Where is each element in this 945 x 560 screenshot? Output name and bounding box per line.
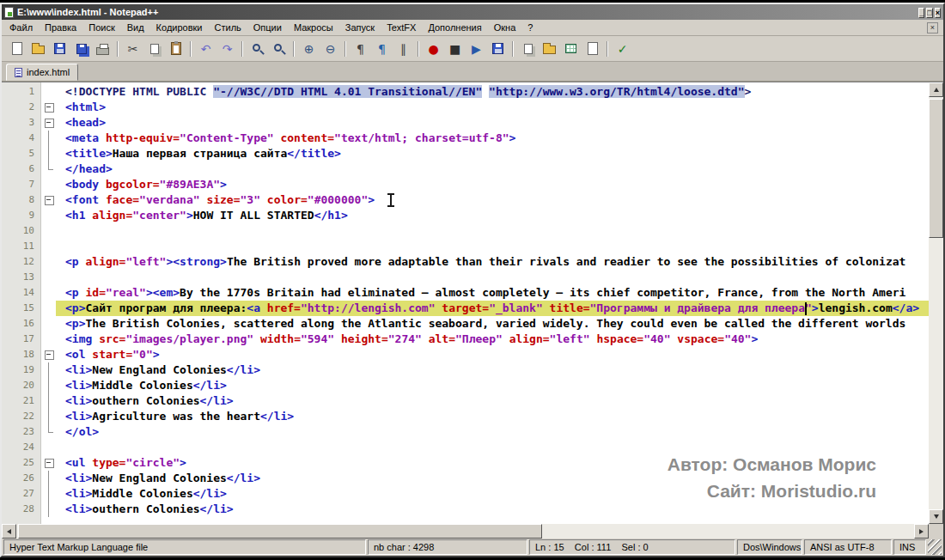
open-file-icon[interactable] [28, 40, 48, 58]
code-line[interactable]: <body bgcolor="#89AE3A"> [56, 177, 929, 192]
fold-marker[interactable] [42, 100, 56, 115]
save-macro-icon[interactable] [488, 40, 508, 58]
code-line[interactable]: <li>outhern Colonies</li> [56, 393, 929, 409]
copy-icon[interactable] [144, 40, 164, 58]
resize-grip[interactable] [928, 539, 942, 555]
save-icon[interactable] [50, 40, 70, 58]
scroll-left-button[interactable] [2, 524, 16, 539]
zoom-out-icon[interactable]: ⊖ [320, 40, 340, 58]
vertical-scrollbar[interactable] [929, 82, 943, 524]
editor[interactable]: 1234567891011121314151617181920212223242… [2, 82, 943, 539]
print-icon[interactable] [93, 40, 113, 58]
code-line[interactable]: <li>outhern Colonies</li> [56, 502, 929, 517]
toolbar: ✂↶↷⊕⊖¶¶∥●■▶✓ [2, 36, 943, 62]
fold-marker[interactable] [42, 192, 56, 208]
code-line[interactable]: <p id="real"><em>By the 1770s Britain ha… [56, 285, 929, 301]
zoom-in-icon[interactable]: ⊕ [299, 40, 319, 58]
line-number: 13 [2, 270, 40, 285]
paste-icon[interactable] [166, 40, 186, 58]
code-line[interactable]: <ol start="0"> [56, 347, 929, 362]
code-line[interactable]: </ol> [56, 424, 929, 440]
horizontal-scroll-thumb[interactable] [18, 524, 542, 539]
menu-edit[interactable]: Правка [39, 20, 82, 35]
play-macro-icon[interactable]: ▶ [466, 40, 486, 58]
redo-icon[interactable]: ↷ [217, 40, 237, 58]
line-number: 27 [2, 486, 40, 502]
scroll-down-button[interactable] [929, 509, 943, 524]
find-icon[interactable] [247, 40, 267, 58]
menu-textfx[interactable]: TextFX [381, 20, 422, 35]
menu-file[interactable]: Файл [3, 20, 39, 35]
menu-plugins[interactable]: Дополнения [422, 20, 487, 35]
scroll-right-button[interactable] [914, 524, 929, 539]
vertical-scroll-thumb[interactable] [929, 99, 943, 238]
line-number: 4 [2, 131, 40, 146]
undo-icon[interactable]: ↶ [196, 40, 216, 58]
fold-marker[interactable] [42, 115, 56, 131]
code-line[interactable]: <h1 align="center">HOW IT ALL STARTED</h… [56, 208, 929, 223]
status-encoding: ANSI as UTF-8 [804, 539, 892, 555]
find-replace-icon[interactable] [269, 40, 289, 58]
function-list-icon[interactable] [561, 40, 581, 58]
code-line[interactable]: <li>New England Colonies</li> [56, 362, 929, 378]
save-all-icon[interactable] [71, 40, 91, 58]
code-line[interactable]: <head> [56, 115, 929, 131]
menu-encodings[interactable]: Кодировки [150, 20, 209, 35]
code-line[interactable]: <html> [56, 100, 929, 115]
menu-macros[interactable]: Макросы [288, 20, 339, 35]
code-line[interactable] [56, 223, 929, 239]
stop-macro-icon[interactable]: ■ [445, 40, 465, 58]
code-line[interactable]: <title>Наша первая страница сайта</title… [56, 146, 929, 161]
code-line[interactable] [56, 239, 929, 254]
close-button[interactable]: × [935, 8, 941, 18]
fold-marker[interactable] [42, 347, 56, 362]
menu-windows[interactable]: Окна [488, 20, 522, 35]
menu-run[interactable]: Запуск [339, 20, 381, 35]
code-line[interactable]: <img src="images/player.png" width="594"… [56, 332, 929, 347]
fold-margin-cell [42, 223, 56, 239]
tab-index-html[interactable]: index.html [6, 64, 78, 81]
code-line[interactable]: <li>Agriculture was the heart</li> [56, 409, 929, 424]
code-line[interactable]: </head> [56, 161, 929, 177]
code-line[interactable]: <p>The British Colonies, scattered along… [56, 316, 929, 332]
app-icon[interactable] [4, 7, 14, 18]
indent-guide-icon[interactable]: ∥ [393, 40, 413, 58]
code-line[interactable]: <p align="left"><strong>The British prov… [56, 254, 929, 270]
scroll-up-button[interactable] [929, 82, 943, 97]
menu-search[interactable]: Поиск [82, 20, 120, 35]
menu-style[interactable]: Стиль [209, 20, 247, 35]
show-all-characters-icon[interactable]: ¶ [372, 40, 392, 58]
fold-marker[interactable] [42, 455, 56, 471]
horizontal-scrollbar[interactable] [2, 524, 929, 539]
doc-map-icon[interactable] [582, 40, 602, 58]
code-line[interactable]: <p>Сайт програм для плеера:<a href="http… [56, 301, 929, 316]
doc-monitor-icon[interactable] [518, 40, 538, 58]
title-bar[interactable]: E:\www\index.html - Notepad++ _□× [2, 4, 943, 20]
folder-workspace-icon[interactable] [540, 40, 559, 58]
menubar-close-icon[interactable]: × [927, 22, 938, 33]
status-file-type: Hyper Text Markup Language file [3, 539, 366, 555]
code-line[interactable]: <!DOCTYPE HTML PUBLIC "-//W3C//DTD HTML … [56, 84, 929, 100]
new-file-icon[interactable] [7, 40, 27, 58]
code-line[interactable]: <font face="verdana" size="3" color="#00… [56, 192, 929, 208]
spell-check-icon[interactable]: ✓ [613, 40, 632, 58]
menu-view[interactable]: Вид [121, 20, 150, 35]
menu-help[interactable]: ? [521, 20, 539, 35]
arrow-left-icon [7, 529, 11, 534]
code-line[interactable]: <li>New England Colonies</li> [56, 471, 929, 486]
code-area[interactable]: <!DOCTYPE HTML PUBLIC "-//W3C//DTD HTML … [56, 82, 929, 524]
code-line[interactable]: <ul type="circle"> [56, 455, 929, 471]
code-line[interactable]: <li>Middle Colonies</li> [56, 486, 929, 502]
fold-margin-cell [42, 239, 56, 254]
word-wrap-icon[interactable]: ¶ [351, 40, 370, 58]
code-line[interactable]: <meta http-equiv="Content-Type" content=… [56, 131, 929, 146]
record-macro-icon[interactable]: ● [424, 40, 443, 58]
minimize-button[interactable]: _ [918, 8, 924, 18]
maximize-button[interactable]: □ [926, 8, 932, 18]
menu-settings[interactable]: Опции [247, 20, 288, 35]
fold-margin-cell [42, 301, 56, 316]
code-line[interactable]: <li>Middle Colonies</li> [56, 378, 929, 393]
code-line[interactable] [56, 270, 929, 285]
code-line[interactable] [56, 440, 929, 455]
cut-icon[interactable]: ✂ [123, 40, 143, 58]
